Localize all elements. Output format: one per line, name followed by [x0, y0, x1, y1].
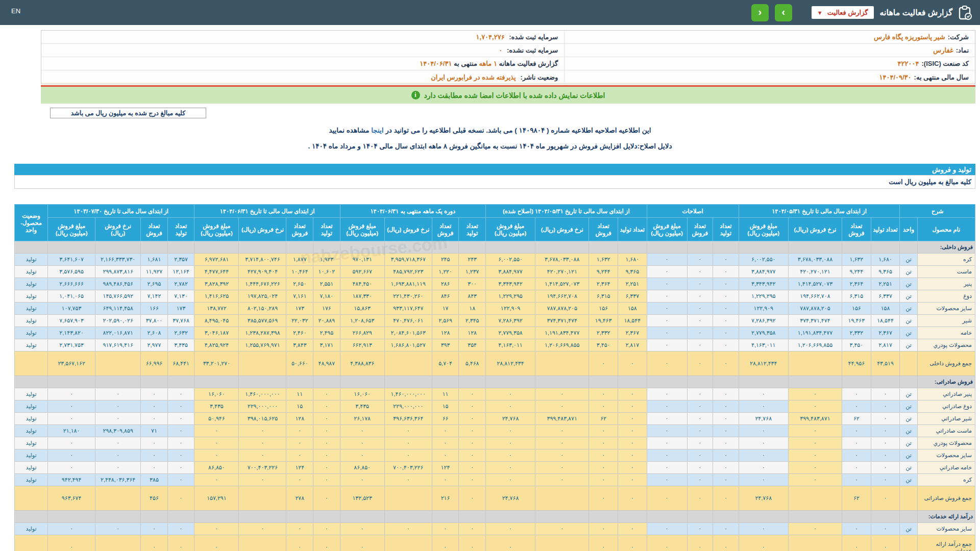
unit-cell: تن: [900, 388, 917, 400]
value-cell: ۲۸,۸۱۲,۴۳۴: [739, 352, 788, 376]
section-empty-cell: [194, 511, 239, 523]
value-cell: ۰: [713, 425, 739, 437]
value-cell: ۵۹۲,۶۶۷: [340, 266, 384, 278]
value-cell: ۲,۴۴۸,۰۳۶,۳۶۴: [95, 474, 141, 486]
value-cell: ۴۳,۵۱۹: [871, 352, 900, 376]
value-cell: ۸۶,۸۵۰: [340, 462, 384, 474]
value-cell: ۲۴,۷۶۸: [485, 486, 535, 511]
value-cell: ۳۹۹,۴۸۳,۸۷۱: [535, 413, 589, 425]
previous-report-button[interactable]: ‹: [751, 4, 769, 21]
value-cell: ۰: [871, 400, 900, 413]
value-cell: ۲,۶۰۸: [141, 327, 168, 339]
value-cell: ۳۳,۲۰۱,۲۷۰: [194, 352, 239, 376]
value-cell: ۰: [871, 523, 900, 535]
value-cell: ۲۶,۱۷۸: [340, 413, 384, 425]
value-cell: [788, 486, 842, 511]
value-cell: ۱۷: [432, 303, 459, 315]
section-empty-cell: [141, 241, 168, 254]
value-cell: ۰: [432, 425, 459, 437]
value-cell: [95, 535, 141, 551]
value-cell: ۰: [713, 449, 739, 462]
value-cell: ۰: [687, 278, 713, 290]
value-cell: ۱۷۳: [286, 303, 313, 315]
unit-cell: تن: [900, 254, 917, 266]
product-name-cell: کره: [917, 474, 975, 486]
value-cell: ۶,۳۱۵: [842, 290, 871, 303]
value-cell: ۴۸,۹۸۷: [313, 352, 340, 376]
production-sales-section: nabzebourse.com تولید و فروش کلیه مبالغ …: [14, 164, 975, 551]
value-cell: ۰: [459, 413, 486, 425]
next-report-button[interactable]: ›: [775, 4, 792, 21]
section-empty-cell: [167, 376, 194, 388]
language-switch-en[interactable]: EN: [11, 7, 20, 15]
column-header-cell: نرخ فروش (ریال): [788, 218, 842, 241]
product-row: محصولات پودريتن۲,۸۱۷۳,۴۵۰۱,۲۰۶,۶۶۹,۸۵۵۴,…: [15, 339, 975, 352]
section-empty-cell: [900, 376, 917, 388]
value-cell: ۰: [739, 535, 788, 551]
value-cell: ۰: [167, 388, 194, 400]
amendment-note-2: دلایل اصلاح:دلایل افزایش فروش در شهریور …: [0, 142, 980, 150]
value-cell: ۲۹۹,۸۷۳,۸۱۶: [95, 266, 141, 278]
info-cell-company: شرکت: شیر پاستوریزه پگاه فارس: [564, 31, 975, 43]
unit-cell: تن: [900, 400, 917, 413]
value-cell: ۰: [384, 437, 432, 449]
value-cell: ۶۶,۹۹۶: [141, 352, 168, 376]
section-empty-cell: [687, 376, 713, 388]
product-row: کرهتن۰۰۰۰۰۰۰۰۰۰۰۰۰۰۰۰۰۰۰۰۳۸۵۲,۴۴۸,۰۳۶,۳۶…: [15, 474, 975, 486]
info-cell-isic: کد صنعت (ISIC): ۴۲۲۰۰۴: [564, 57, 975, 70]
value-cell: ۰: [167, 413, 194, 425]
value-cell: ۱,۶۹۳,۸۸۱,۱۱۹: [384, 278, 432, 290]
section-empty-cell: [788, 511, 842, 523]
section-empty-cell: [485, 511, 535, 523]
section-empty-cell: [713, 376, 739, 388]
info-cell-registered-capital: سرمایه ثبت شده: ۱,۷۰۴,۲۷۶: [41, 32, 564, 42]
value-cell: ۰: [48, 400, 95, 413]
status-column-header: وضعیت محصول-واحد: [15, 205, 48, 241]
product-name-cell: شیر: [917, 315, 975, 327]
value-cell: ۱,۲۰۶,۶۶۹,۸۵۵: [535, 339, 589, 352]
section-empty-cell: [713, 511, 739, 523]
value-cell: ۲,۳۶۷: [871, 327, 900, 339]
unit-cell: تن: [900, 425, 917, 437]
value-cell: ۰: [739, 400, 788, 413]
report-type-select[interactable]: گزارش فعالیت ▼: [812, 6, 874, 19]
column-header-cell: تعداد فروش: [842, 218, 871, 241]
status-cell: تولید: [15, 425, 48, 437]
value-cell: ۰: [687, 462, 713, 474]
value-cell: ۲,۵۵۱: [313, 278, 340, 290]
previous-version-link[interactable]: اینجا: [371, 127, 383, 134]
section-empty-cell: [286, 241, 313, 254]
value-cell: ۰: [485, 535, 535, 551]
value-cell: ۳,۴۵۰: [842, 339, 871, 352]
value-cell: ۲۴۳: [459, 254, 486, 266]
column-header-cell: نرخ فروش (ریال): [239, 218, 286, 241]
value-cell: ۲,۹۷۷: [141, 339, 168, 352]
product-row: کرهتن۱,۶۸۰۱,۶۳۲۳,۶۷۸,۰۳۳,۰۸۸۶,۰۰۲,۵۵۰۰۰۰…: [15, 254, 975, 266]
section-empty-cell: [141, 511, 168, 523]
value-cell: ۰: [618, 437, 647, 449]
section-empty-cell: [286, 511, 313, 523]
value-cell: ۱۵۶: [842, 303, 871, 315]
value-cell: ۰: [485, 400, 535, 413]
value-cell: ۰: [286, 437, 313, 449]
value-cell: ۰: [788, 400, 842, 413]
report-period-ending-label: منتهی به: [454, 60, 477, 67]
status-cell: تولید: [15, 388, 48, 400]
value-cell: ۶۲: [842, 413, 871, 425]
value-cell: ۳۷۴,۳۷۱,۴۷۴: [535, 315, 589, 327]
product-name-cell: سایر محصولات: [917, 449, 975, 462]
column-header-cell: نرخ فروش (ریال): [95, 218, 141, 241]
value-cell: ۱۵: [286, 400, 313, 413]
value-cell: ۴۲۰,۲۷۰,۱۲۱: [788, 266, 842, 278]
status-cell: [15, 352, 48, 376]
value-cell: ۱۴۵,۷۶۶,۵۹۲: [95, 290, 141, 303]
value-cell: ۳۸۵: [141, 474, 168, 486]
value-cell: ۳,۳۴۳,۹۴۲: [485, 278, 535, 290]
product-row: پنیر صادراتيتن۰۰۰۰۰۰۰۰۰۰۰۰۱۱۱,۴۶۰,۰۰۰,۰۰…: [15, 388, 975, 400]
group-header-cell: از ابتدای سال مالی تا تاریخ ۱۴۰۳/۰۷/۳۰: [48, 205, 194, 218]
value-cell: ۰: [713, 327, 739, 339]
value-cell: ۲۴۵: [432, 254, 459, 266]
value-cell: ۰: [384, 425, 432, 437]
value-cell: ۰: [95, 388, 141, 400]
column-header-cell: مبلغ فروش (میلیون ریال): [739, 218, 788, 241]
